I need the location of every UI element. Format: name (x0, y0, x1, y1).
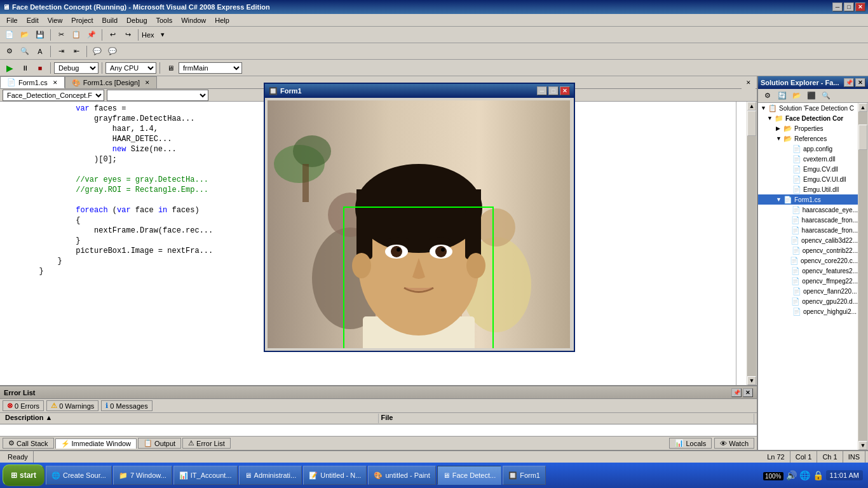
tb2-btn3[interactable]: A (33, 45, 47, 58)
se-tb5[interactable]: 🔍 (819, 90, 833, 102)
tab-form1design[interactable]: 🎨 Form1.cs [Design] ✕ (65, 76, 157, 88)
minimize-button[interactable]: ─ (832, 3, 843, 11)
form1-close[interactable]: ✕ (560, 86, 570, 95)
taskbar-facedetect[interactable]: 🖥 Face Detect... (437, 466, 501, 485)
errors-badge[interactable]: ⊗ 0 Errors (3, 400, 44, 411)
menu-build[interactable]: Build (98, 16, 121, 25)
tree-opencv3[interactable]: 📄 opencv_core220.c... (758, 255, 858, 266)
undo-btn[interactable]: ↩ (105, 29, 119, 41)
tree-solution[interactable]: ▼ 📋 Solution 'Face Detection C (758, 103, 858, 113)
se-vscroll[interactable]: ▲ ▼ (858, 103, 868, 450)
menu-view[interactable]: View (44, 16, 67, 25)
maximize-button[interactable]: □ (844, 3, 854, 11)
platform-select[interactable]: Any CPU (105, 62, 156, 74)
tree-appconfig[interactable]: 📄 app.config (758, 144, 858, 154)
redo-btn[interactable]: ↪ (121, 29, 135, 41)
scroll-up[interactable]: ▲ (747, 102, 756, 111)
taskbar-paint[interactable]: 🎨 untitled - Paint (368, 466, 435, 485)
close-design-tab[interactable]: ✕ (145, 79, 150, 86)
tree-opencv2[interactable]: 📄 opencv_contrib22... (758, 245, 858, 255)
tab-immediate[interactable]: ⚡ Immediate Window (55, 438, 137, 449)
tab-form1cs[interactable]: 📄 Form1.cs ✕ (0, 76, 65, 88)
tree-opencv1[interactable]: 📄 opencv_calib3d22... (758, 235, 858, 245)
open-btn[interactable]: 📂 (18, 29, 32, 41)
se-tb2[interactable]: 🔄 (775, 90, 789, 102)
tree-haar2[interactable]: 📄 haarcascade_fron... (758, 215, 858, 225)
editor-vscroll[interactable]: ▲ ▼ (747, 102, 757, 385)
close-all-docs[interactable]: ✕ (742, 76, 756, 89)
tree-opencv5[interactable]: 📄 opencv_ffmpeg22... (758, 276, 858, 286)
taskbar-admin[interactable]: 🖥 Administrati... (239, 466, 302, 485)
scroll-down[interactable]: ▼ (747, 376, 756, 385)
tab-errorlist[interactable]: ⚠ Error List (182, 438, 231, 449)
paste-btn[interactable]: 📌 (85, 29, 98, 41)
menu-tools[interactable]: Tools (153, 16, 177, 25)
tab-locals[interactable]: 📊 Locals (669, 438, 712, 449)
taskbar-untitled-notepad[interactable]: 📝 Untitled - N... (303, 466, 367, 485)
form1-maximize[interactable]: □ (548, 86, 559, 95)
warnings-badge[interactable]: ⚠ 0 Warnings (46, 400, 98, 411)
taskbar-form1[interactable]: 🔲 Form1 (503, 466, 546, 485)
menu-edit[interactable]: Edit (23, 16, 43, 25)
tree-opencv6[interactable]: 📄 opencv_flann220... (758, 286, 858, 296)
se-scroll-thumb[interactable] (858, 125, 867, 150)
taskbar-itaccount[interactable]: 📊 IT_Account... (173, 466, 238, 485)
tree-opencv4[interactable]: 📄 opencv_features2... (758, 266, 858, 276)
se-tb3[interactable]: 📂 (790, 90, 804, 102)
hex-dropdown[interactable]: ▾ (156, 29, 170, 41)
scroll-track[interactable] (747, 111, 756, 376)
outdent-btn[interactable]: ⇤ (69, 45, 83, 58)
scroll-up[interactable]: ▲ (858, 103, 867, 112)
error-close-btn[interactable]: ✕ (743, 388, 753, 397)
error-pin-btn[interactable]: 📌 (731, 388, 742, 397)
tree-emgucvui[interactable]: 📄 Emgu.CV.UI.dll (758, 174, 858, 184)
se-tb1[interactable]: ⚙ (761, 90, 775, 102)
startup-select[interactable]: frmMain (179, 62, 242, 74)
tree-opencv8[interactable]: 📄 opencv_highgui2... (758, 306, 858, 316)
tree-haar3[interactable]: 📄 haarcascade_fron... (758, 225, 858, 235)
scroll-thumb[interactable] (747, 111, 756, 136)
cut-btn[interactable]: ✂ (54, 29, 68, 41)
tree-project[interactable]: ▼ 📁 Face Detection Cor (758, 113, 858, 123)
namespace-select[interactable]: Face_Detection_Concept.Form1 (3, 90, 104, 101)
messages-badge[interactable]: ℹ 0 Messages (101, 400, 152, 411)
tree-references[interactable]: ▼ 📂 References (758, 133, 858, 144)
se-tb4[interactable]: ⬛ (804, 90, 818, 102)
tree-emguutil[interactable]: 📄 Emgu.Util.dll (758, 184, 858, 194)
scroll-down[interactable]: ▼ (858, 441, 867, 450)
tree-form1cs[interactable]: ▼ 📄 Form1.cs (758, 194, 858, 205)
tab-callstack[interactable]: ⚙ Call Stack (3, 438, 54, 449)
tree-haar1[interactable]: 📄 haarcascade_eye... (758, 205, 858, 215)
tb2-btn1[interactable]: ⚙ (3, 45, 17, 58)
tree-properties[interactable]: ▶ 📂 Properties (758, 123, 858, 133)
tree-cvextern[interactable]: 📄 cvextern.dll (758, 154, 858, 164)
taskbar-7windows[interactable]: 📁 7 Window... (113, 466, 172, 485)
tab-watch[interactable]: 👁 Watch (714, 438, 754, 449)
pause-btn[interactable]: ⏸ (18, 62, 32, 74)
comment-btn[interactable]: 💬 (90, 45, 104, 58)
tree-opencv7[interactable]: 📄 opencv_gpu220.d... (758, 296, 858, 306)
save-btn[interactable]: 💾 (33, 29, 47, 41)
close-tab-btn[interactable]: ✕ (53, 79, 58, 86)
menu-window[interactable]: Window (177, 16, 210, 25)
member-select[interactable] (107, 90, 208, 101)
stop-btn[interactable]: ■ (33, 62, 47, 74)
menu-file[interactable]: File (3, 16, 22, 25)
copy-btn[interactable]: 📋 (69, 29, 83, 41)
debug-mode-select[interactable]: Debug (54, 62, 98, 74)
uncomment-btn[interactable]: 💬 (105, 45, 119, 58)
tab-output[interactable]: 📋 Output (138, 438, 181, 449)
se-scroll-track[interactable] (858, 112, 867, 441)
menu-help[interactable]: Help (211, 16, 233, 25)
close-button[interactable]: ✕ (855, 3, 865, 11)
form1-minimize[interactable]: ─ (537, 86, 547, 95)
start-debug-btn[interactable]: ▶ (3, 62, 17, 74)
se-close[interactable]: ✕ (855, 78, 865, 87)
tree-emgucv[interactable]: 📄 Emgu.CV.dll (758, 164, 858, 174)
menu-project[interactable]: Project (67, 16, 97, 25)
new-project-btn[interactable]: 📄 (3, 29, 17, 41)
taskbar-create-source[interactable]: 🌐 Create Sour... (46, 466, 112, 485)
indent-btn[interactable]: ⇥ (54, 45, 68, 58)
tb2-btn2[interactable]: 🔍 (18, 45, 32, 58)
se-auto-hide[interactable]: 📌 (844, 78, 854, 87)
